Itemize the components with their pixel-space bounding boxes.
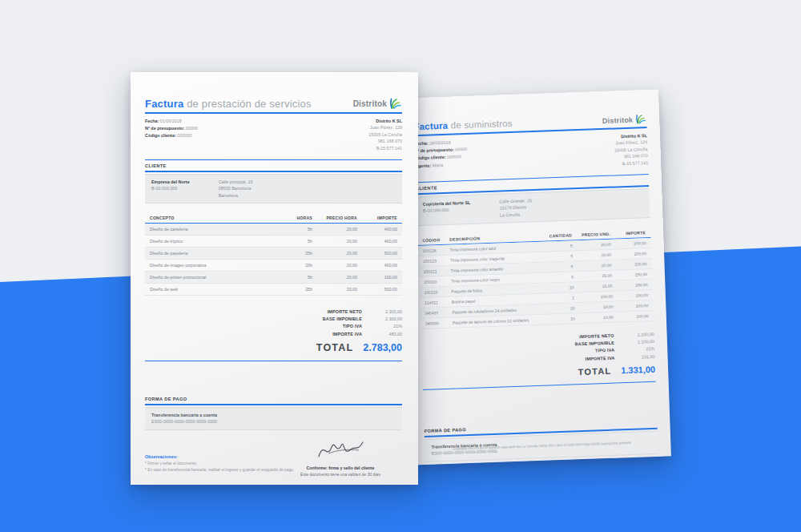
client-address-line: 08530 Barcelona xyxy=(219,185,253,191)
table-cell: 10,00 xyxy=(575,315,614,321)
meta-value: 28/05/2018 xyxy=(428,140,451,146)
total-divider xyxy=(145,361,402,362)
table-cell: 20,00 xyxy=(312,251,357,256)
table-cell: Diseño de imagen corporativa xyxy=(150,263,282,268)
company-line: 981 168 070 xyxy=(368,138,402,144)
client-name: Empresa del Norte xyxy=(151,179,190,185)
logo-wordmark: Distritok xyxy=(602,115,634,124)
payment-section: FORMA DE PAGO Transferencia bancaria a c… xyxy=(145,397,402,429)
payment-method: Transferencia bancaria a cuenta xyxy=(151,412,396,418)
page-title: Factura de prestación de servicios xyxy=(145,98,312,110)
company-name: Distrito K SL xyxy=(368,118,402,124)
table-cell: 10 xyxy=(541,305,574,311)
table-cell: 5h xyxy=(282,239,312,244)
invoice-meta: Fecha: 28/05/2018 Nº de presupuesto: 000… xyxy=(414,139,468,174)
table-cell: 25,00 xyxy=(574,273,612,280)
total-value: 2.300,00 xyxy=(362,308,402,316)
meta-label: Código cliente: xyxy=(145,133,176,138)
table-cell: Diseño de cartelería xyxy=(150,227,282,232)
client-box: Empresa del Norte B-00.000.000 Calle pri… xyxy=(145,174,402,204)
client-address-line: Barcelona xyxy=(219,192,253,199)
meta-label: Nº de presupuesto: xyxy=(145,126,184,131)
meta-line: Código cliente: 000000 xyxy=(145,132,198,139)
grand-total: TOTAL 2.783,00 xyxy=(145,342,402,353)
client-id: B-00.000.000 xyxy=(423,206,471,214)
payment-box: Transferencia bancaria a cuenta ES00-000… xyxy=(145,407,402,430)
company-line: Juan Flórez, 129 xyxy=(368,124,402,131)
table-cell: 10,00 xyxy=(574,304,613,311)
table-row: Diseño de web 25h 20,00 500,00 xyxy=(145,284,402,296)
total-value: 21% xyxy=(362,323,402,330)
grand-total-value: 1.331,00 xyxy=(621,365,655,375)
table-cell: 10 xyxy=(541,316,575,321)
meta-line: Nº de presupuesto: 00000 xyxy=(145,125,198,132)
company-block: Distrito K SL Juan Flórez, 12915005 La C… xyxy=(368,118,402,151)
table-cell: 15,00 xyxy=(574,284,612,290)
table-cell: 100,00 xyxy=(357,275,397,280)
meta-value: Maria xyxy=(431,163,443,168)
table-cell: 5 xyxy=(539,264,573,269)
payment-iban: ES00-0000-0000-0000-0000-0000 xyxy=(151,418,396,425)
title-strong: Factura xyxy=(413,121,448,131)
meta-value: 000000 xyxy=(446,155,462,160)
title-strong: Factura xyxy=(145,98,183,110)
total-divider xyxy=(423,381,656,391)
total-label: TIPO IVA xyxy=(290,323,362,330)
table-cell: 200,00 xyxy=(611,240,646,247)
grand-total-value: 2.783,00 xyxy=(363,342,402,353)
table-cell: 20,00 xyxy=(573,242,611,248)
table-cell: 150110 xyxy=(424,279,451,284)
client-identity: Empresa del Norte B-00.000.000 xyxy=(151,179,190,199)
meta-label: Fecha: xyxy=(145,119,159,123)
meta-value: 01/06/2018 xyxy=(159,119,181,123)
table-cell: 20h xyxy=(282,263,312,268)
total-value: 2.300,00 xyxy=(362,316,402,323)
signature-scribble xyxy=(312,436,368,463)
page-title: Factura de suministros xyxy=(413,119,513,131)
table-cell: 150,00 xyxy=(612,272,647,278)
company-block: Distrito K SL Juan Flórez, 12915005 La C… xyxy=(614,132,648,167)
client-address: Calle principal, 1008530 BarcelonaBarcel… xyxy=(219,179,253,199)
column-header: DESCRIPCIÓN xyxy=(449,234,538,242)
meta-value: 00000 xyxy=(454,147,468,152)
table-cell: 230123 xyxy=(424,289,451,295)
table-cell: 400,00 xyxy=(357,227,397,232)
table-cell: 20,00 xyxy=(312,287,357,292)
distritok-logo: Distritok xyxy=(602,114,647,126)
table-cell: 25h xyxy=(282,251,312,256)
client-address: Calle Grande, 2515179 OleirosLa Coruña xyxy=(499,197,533,219)
section-divider xyxy=(145,159,402,161)
payment-section-label: FORMA DE PAGO xyxy=(145,397,402,401)
column-header: IMPORTE xyxy=(357,216,397,220)
table-cell: Diseño de póster promocional xyxy=(150,275,282,280)
table-cell: 400,00 xyxy=(357,263,397,268)
table-cell: Paquete de lápices de colores 12 unidade… xyxy=(453,317,541,325)
table-body: 150124 Tinta impresora color azul 5 20,0… xyxy=(418,238,654,329)
meta-label: Código cliente: xyxy=(415,155,446,160)
total-value: 231,00 xyxy=(614,353,654,361)
client-section-divider xyxy=(145,171,402,172)
header: Factura de prestación de servicios Distr… xyxy=(145,98,402,110)
table-body: Diseño de cartelería 5h 20,00 400,00 Dis… xyxy=(145,224,402,296)
table-cell: 150124 xyxy=(423,248,450,253)
totals-block: IMPORTE NETO 2.300,00 BASE IMPONIBLE 2.3… xyxy=(290,308,402,338)
signature-caption: Conforme: firma y sello del cliente xyxy=(280,465,400,472)
column-header: CÓDIGO xyxy=(422,237,449,243)
column-header: PRECIO HORA xyxy=(312,216,357,220)
total-value: 483,00 xyxy=(362,331,402,338)
table-cell: Diseño de papelería xyxy=(150,251,282,256)
invoice-services: Factura de prestación de servicios Distr… xyxy=(131,72,418,485)
table-cell: 1 xyxy=(541,295,574,300)
table-cell: 100,00 xyxy=(611,261,646,268)
payment-section-divider xyxy=(145,404,402,405)
table-cell: 5h xyxy=(282,227,312,232)
table-cell: Tinta impresora color magenta xyxy=(450,255,539,263)
table-cell: 5 xyxy=(539,253,573,259)
grand-total-label: TOTAL xyxy=(578,366,611,377)
meta-label: Nº de presupuesto: xyxy=(414,147,453,154)
client-box: Copistería del Norte SL B-00.000.000 Cal… xyxy=(416,188,650,226)
table-cell: Bobina papel xyxy=(452,296,541,304)
total-label: IMPORTE NETO xyxy=(290,308,362,316)
header-details: Fecha: 01/06/2018 Nº de presupuesto: 000… xyxy=(145,118,402,151)
table-header-row: CONCEPTO HORAS PRECIO HORA IMPORTE xyxy=(145,213,402,224)
